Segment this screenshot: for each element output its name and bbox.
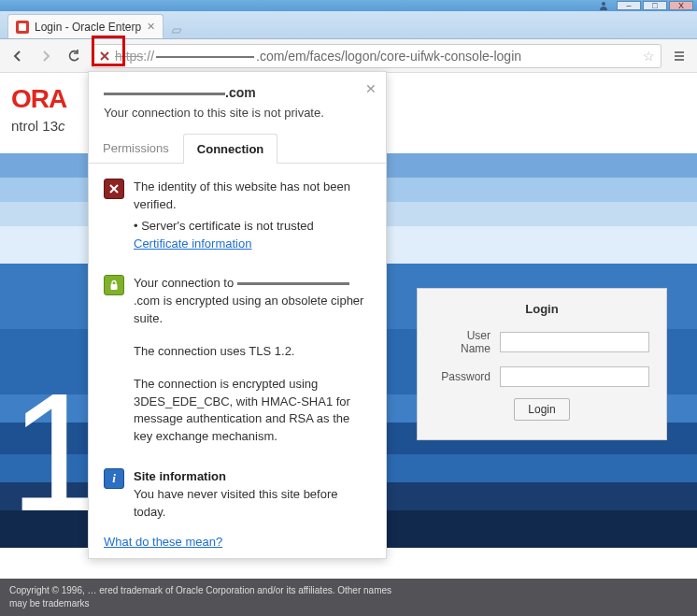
popover-host: .com (104, 85, 371, 100)
svg-point-0 (602, 2, 605, 6)
encryption-p2: The connection uses TLS 1.2. (134, 343, 371, 361)
browser-tabstrip: Login - Oracle Enterp ✕ (0, 11, 697, 39)
alert-icon (104, 179, 124, 199)
tab-connection[interactable]: Connection (183, 134, 278, 164)
certificate-info-link[interactable]: Certificate information (134, 236, 251, 251)
user-icon (598, 1, 609, 10)
browser-toolbar: https://.com/em/faces/logon/core-uifwk-c… (0, 39, 697, 73)
siteinfo-body: You have never visited this site before … (134, 486, 371, 522)
favicon-icon (16, 21, 29, 34)
connection-info-popover: ✕ .com Your connection to this site is n… (88, 71, 387, 559)
insecure-lock-icon[interactable] (98, 50, 111, 63)
minimize-button[interactable]: – (617, 1, 641, 10)
login-title: Login (434, 302, 649, 316)
new-tab-button[interactable] (169, 23, 186, 38)
close-window-button[interactable]: X (669, 1, 693, 10)
login-panel: Login User Name Password Login (417, 288, 667, 440)
login-button[interactable]: Login (514, 398, 569, 421)
tab-permissions[interactable]: Permissions (89, 133, 183, 163)
what-do-these-mean-link[interactable]: What do these mean? (104, 535, 222, 549)
identity-text: The identity of this website has not bee… (134, 179, 371, 214)
address-bar[interactable]: https://.com/em/faces/logon/core-uifwk-c… (92, 44, 661, 68)
password-input[interactable] (500, 366, 649, 387)
redacted-host (156, 56, 254, 58)
svg-rect-1 (111, 284, 118, 290)
popover-subtitle: Your connection to this site is not priv… (104, 106, 371, 120)
forward-button (36, 46, 56, 66)
siteinfo-title: Site information (134, 468, 371, 486)
url-text: https://.com/em/faces/logon/core-uifwk-c… (115, 49, 521, 64)
browser-tab[interactable]: Login - Oracle Enterp ✕ (7, 14, 164, 38)
encryption-p3: The connection is encrypted using 3DES_E… (134, 376, 371, 446)
lock-icon (104, 275, 124, 295)
reload-button[interactable] (64, 46, 84, 66)
window-titlebar: – □ X (0, 0, 697, 11)
page-footer: Copyright © 1996, … ered trademark of Or… (0, 579, 697, 616)
popover-close-icon[interactable]: ✕ (365, 81, 377, 96)
maximize-button[interactable]: □ (643, 1, 667, 10)
password-label: Password (434, 370, 491, 383)
redacted-host (104, 93, 225, 95)
back-button[interactable] (7, 46, 28, 66)
tab-title: Login - Oracle Enterp (35, 21, 141, 34)
popover-tabs: Permissions Connection (89, 133, 386, 164)
identity-bullet: • Server's certificate is not trusted (134, 218, 371, 236)
chrome-menu-button[interactable] (669, 46, 690, 66)
close-tab-icon[interactable]: ✕ (147, 21, 155, 33)
username-input[interactable] (500, 332, 649, 352)
username-label: User Name (434, 329, 491, 355)
info-icon: i (104, 468, 124, 489)
encryption-p1: Your connection to .com is encrypted usi… (134, 275, 371, 328)
redacted-host (237, 282, 349, 285)
bookmark-star-icon[interactable]: ☆ (643, 49, 655, 64)
